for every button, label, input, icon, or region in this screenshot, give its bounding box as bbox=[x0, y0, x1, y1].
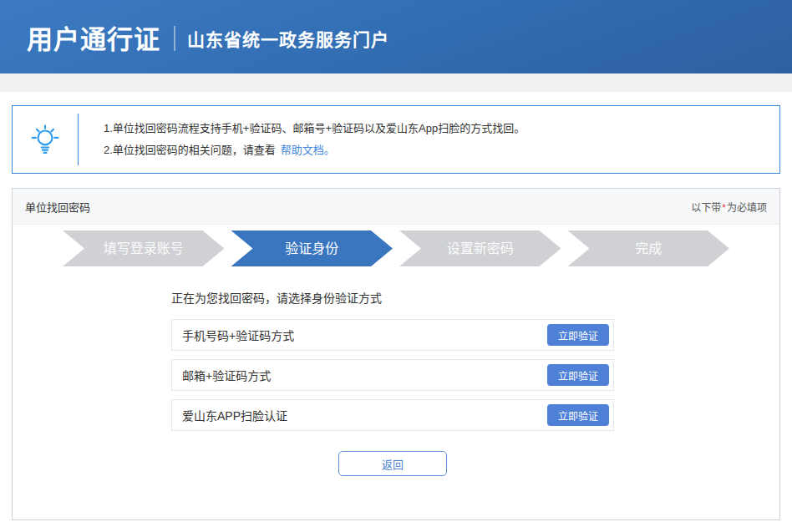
verify-now-button-face[interactable]: 立即验证 bbox=[547, 404, 609, 426]
notice-line-2: 2.单位找回密码的相关问题，请查看帮助文档。 bbox=[104, 139, 525, 161]
back-button-wrap: 返回 bbox=[171, 451, 614, 476]
verify-prompt: 正在为您找回密码，请选择身份验证方式 bbox=[171, 289, 779, 306]
method-label: 邮箱+验证码方式 bbox=[172, 367, 271, 383]
panel-header: 单位找回密码 以下带*为必填项 bbox=[13, 189, 779, 225]
step-label: 设置新密码 bbox=[447, 241, 514, 256]
notice-line-2-text: 2.单位找回密码的相关问题，请查看 bbox=[104, 144, 276, 156]
step-label: 填写登录账号 bbox=[104, 241, 184, 256]
notice-text: 1.单位找回密码流程支持手机+验证码、邮箱号+验证码以及爱山东App扫脸的方式找… bbox=[79, 118, 525, 161]
link-suffix: 。 bbox=[324, 144, 335, 156]
lightbulb-icon bbox=[13, 124, 78, 155]
step-label: 完成 bbox=[635, 241, 662, 256]
method-row-email: 邮箱+验证码方式 立即验证 bbox=[171, 359, 614, 391]
page: 用户通行证 山东省统一政务服务门户 1.单位找回密码流程支持手机+验证码、邮箱号… bbox=[0, 0, 792, 532]
site-subtitle: 山东省统一政务服务门户 bbox=[187, 26, 389, 51]
step-label: 验证身份 bbox=[285, 241, 338, 256]
step-done: 完成 bbox=[568, 231, 730, 266]
top-banner: 用户通行证 山东省统一政务服务门户 bbox=[0, 0, 792, 73]
recover-password-panel: 单位找回密码 以下带*为必填项 填写登录账号 验证身份 设置新密码 完成 正在为… bbox=[12, 188, 780, 520]
help-doc-link[interactable]: 帮助文档 bbox=[281, 144, 324, 156]
step-verify-identity: 验证身份 bbox=[231, 231, 393, 266]
back-button[interactable]: 返回 bbox=[338, 451, 447, 476]
progress-steps: 填写登录账号 验证身份 设置新密码 完成 bbox=[63, 231, 729, 266]
notice-box: 1.单位找回密码流程支持手机+验证码、邮箱号+验证码以及爱山东App扫脸的方式找… bbox=[12, 105, 780, 174]
method-label: 手机号码+验证码方式 bbox=[172, 327, 294, 343]
panel-title: 单位找回密码 bbox=[25, 199, 90, 215]
required-note: 以下带*为必填项 bbox=[691, 200, 767, 214]
step-set-new-password: 设置新密码 bbox=[399, 231, 561, 266]
method-row-phone: 手机号码+验证码方式 立即验证 bbox=[171, 319, 614, 351]
required-note-prefix: 以下带 bbox=[691, 202, 721, 214]
method-row-face-scan: 爱山东APP扫脸认证 立即验证 bbox=[171, 399, 614, 431]
header-substrip bbox=[0, 73, 792, 92]
title-divider bbox=[174, 26, 175, 51]
verify-now-button-email[interactable]: 立即验证 bbox=[547, 364, 609, 386]
required-note-suffix: 为必填项 bbox=[727, 202, 767, 214]
step-fill-account: 填写登录账号 bbox=[63, 231, 225, 266]
required-star: * bbox=[721, 202, 727, 214]
notice-line-1: 1.单位找回密码流程支持手机+验证码、邮箱号+验证码以及爱山东App扫脸的方式找… bbox=[104, 118, 525, 139]
site-title: 用户通行证 bbox=[27, 18, 160, 56]
method-label: 爱山东APP扫脸认证 bbox=[172, 407, 287, 423]
verify-now-button-phone[interactable]: 立即验证 bbox=[547, 324, 609, 346]
